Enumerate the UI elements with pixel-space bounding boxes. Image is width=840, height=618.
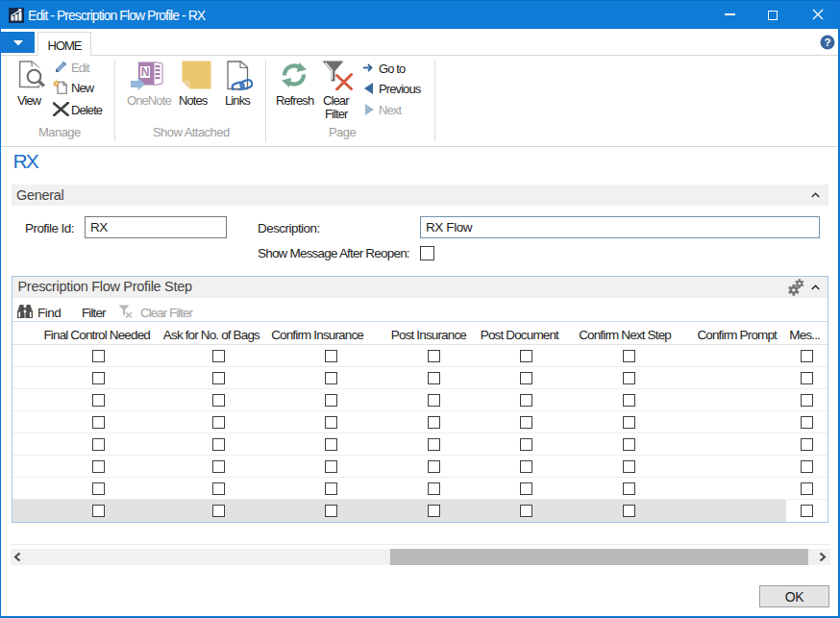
svg-text:N: N — [141, 65, 150, 79]
svg-text:?: ? — [824, 37, 830, 48]
